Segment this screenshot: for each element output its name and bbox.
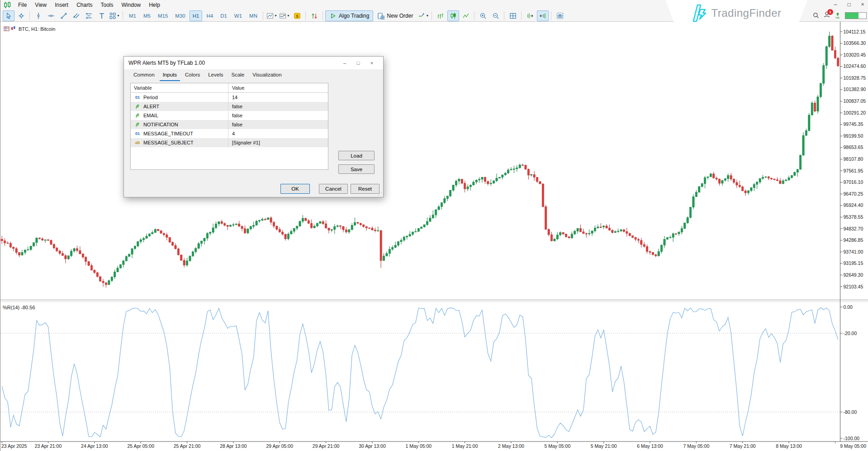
resize-grip[interactable]: ⋰ — [378, 192, 382, 196]
search-icon[interactable] — [812, 12, 820, 19]
menu-file[interactable]: File — [14, 1, 31, 9]
shapes-button[interactable]: ▼ — [109, 10, 120, 21]
value-cell[interactable]: [Signaler #1] — [228, 138, 328, 147]
axis-tick-label: 7 May 05:00 — [683, 443, 709, 449]
timeframe-d1[interactable]: D1 — [217, 10, 230, 21]
axis-tick-label: 99745.35 — [844, 121, 863, 127]
axis-tick-label: 25 Apr 05:00 — [127, 443, 154, 449]
indicator-window-button[interactable]: ▼ — [279, 10, 290, 21]
channel-button[interactable] — [71, 10, 82, 21]
new-order-button[interactable]: New Order — [373, 10, 417, 21]
axis-tick-label: 94832.70 — [844, 226, 863, 231]
menu-window[interactable]: Window — [118, 1, 145, 9]
camera-icon — [556, 12, 564, 19]
timeframe-h1[interactable]: H1 — [190, 10, 203, 21]
chart-window-button[interactable]: ▼ — [266, 10, 278, 21]
cancel-button[interactable]: Cancel — [319, 184, 348, 194]
axis-tick-label: -100.00 — [844, 436, 860, 441]
dialog-minimize-icon[interactable]: – — [338, 60, 351, 66]
zoom-in-button[interactable] — [477, 10, 489, 21]
camera-button[interactable] — [554, 10, 566, 21]
indicator-wand-button[interactable]: ▼ — [417, 10, 429, 21]
input-row-message_timeout[interactable]: 01MESSAGE_TIMEOUT4 — [131, 129, 328, 138]
restore-window-icon[interactable]: □ — [846, 0, 852, 9]
input-row-notification[interactable]: NOTIFICATIONfalse — [131, 120, 328, 129]
profile-button[interactable]: 1 — [823, 11, 830, 20]
value-cell[interactable]: false — [228, 102, 328, 111]
symbol-label: BTC, H1: Bitcoin — [19, 26, 55, 32]
timeframe-m30[interactable]: M30 — [172, 10, 188, 21]
input-row-message_subject[interactable]: abMESSAGE_SUBJECT[Signaler #1] — [131, 138, 328, 147]
menu-view[interactable]: View — [31, 1, 51, 9]
shapes-icon — [109, 12, 116, 19]
lvl-icon[interactable]: LVL — [834, 12, 841, 19]
shift-left-icon — [539, 12, 546, 19]
minimize-window-icon[interactable]: – — [832, 0, 839, 9]
timeframe-m15[interactable]: M15 — [155, 10, 171, 21]
ok-button[interactable]: OK — [280, 184, 310, 194]
value-cell[interactable]: 4 — [228, 129, 328, 138]
symbol-dollar-button[interactable]: $ — [291, 10, 303, 21]
variable-cell: abMESSAGE_SUBJECT — [131, 138, 228, 147]
value-cell[interactable]: 14 — [228, 93, 328, 102]
parallel-lines-button[interactable] — [83, 10, 95, 21]
bars-button[interactable] — [435, 10, 446, 21]
crosshair-button[interactable] — [15, 10, 27, 21]
tab-scale[interactable]: Scale — [228, 71, 247, 81]
timeframe-m1[interactable]: M1 — [126, 10, 139, 21]
shift-left-button[interactable] — [537, 10, 549, 21]
vertical-line-button[interactable] — [33, 10, 44, 21]
line-chart-button[interactable] — [460, 10, 472, 21]
timeframe-h4[interactable]: H4 — [203, 10, 216, 21]
shift-right-button[interactable] — [524, 10, 536, 21]
axis-tick-label: 30 Apr 13:00 — [359, 443, 386, 449]
toolbar-separator — [521, 12, 522, 20]
input-row-alert[interactable]: ALERTfalse — [131, 102, 328, 111]
menu-help[interactable]: Help — [145, 1, 164, 9]
timeframe-w1[interactable]: W1 — [231, 10, 245, 21]
menu-tools[interactable]: Tools — [97, 1, 118, 9]
dialog-maximize-icon[interactable]: □ — [351, 60, 365, 66]
menu-insert[interactable]: Insert — [51, 1, 72, 9]
axis-tick-label: 6 May 13:00 — [637, 443, 663, 449]
axis-tick-label: 29 Apr 21:00 — [313, 443, 340, 449]
value-cell[interactable]: false — [228, 120, 328, 129]
tab-common[interactable]: Common — [130, 71, 158, 81]
algo-trading-button[interactable]: Algo Trading — [325, 10, 373, 21]
close-window-icon[interactable]: × — [859, 0, 866, 9]
boolean-type-icon — [134, 121, 141, 128]
dialog-title: WPR Alerts MT5 by TFLab 1.00 — [128, 60, 338, 66]
numeric-type-icon: 01 — [134, 93, 141, 102]
timeframe-m5[interactable]: M5 — [140, 10, 154, 21]
input-row-period[interactable]: 01Period14 — [131, 93, 328, 102]
tab-inputs[interactable]: Inputs — [160, 71, 180, 81]
pointer-button[interactable] — [3, 10, 14, 21]
tab-colors[interactable]: Colors — [182, 71, 203, 81]
candles-button[interactable] — [447, 10, 459, 21]
axis-tick-label: 1 May 21:00 — [452, 443, 478, 449]
reset-button[interactable]: Reset — [351, 184, 379, 194]
zoom-out-button[interactable] — [490, 10, 502, 21]
load-button[interactable]: Load — [338, 151, 375, 160]
watermark: TradingFinder — [665, 0, 807, 26]
axis-tick-label: 96470.25 — [844, 191, 863, 197]
trendline-button[interactable] — [58, 10, 70, 21]
text-icon — [98, 12, 105, 19]
text-button[interactable] — [96, 10, 108, 21]
tab-levels[interactable]: Levels — [205, 71, 226, 81]
dialog-close-icon[interactable]: × — [365, 60, 379, 66]
variable-name: Period — [143, 93, 158, 102]
tile-windows-button[interactable] — [507, 10, 519, 21]
arrows-updown-button[interactable] — [308, 10, 320, 21]
zoom-out-icon — [492, 12, 499, 19]
value-cell[interactable]: false — [228, 111, 328, 120]
tab-visualization[interactable]: Visualization — [249, 71, 285, 81]
axis-tick-label: 5 May 21:00 — [591, 443, 617, 449]
horizontal-line-button[interactable] — [45, 10, 57, 21]
input-row-email[interactable]: EMAILfalse — [131, 111, 328, 120]
axis-tick-label: 5 May 05:00 — [544, 443, 570, 449]
save-button[interactable]: Save — [338, 164, 375, 174]
dialog-title-bar[interactable]: WPR Alerts MT5 by TFLab 1.00 – □ × — [124, 57, 383, 69]
menu-charts[interactable]: Charts — [72, 1, 96, 9]
timeframe-mn[interactable]: MN — [246, 10, 261, 21]
